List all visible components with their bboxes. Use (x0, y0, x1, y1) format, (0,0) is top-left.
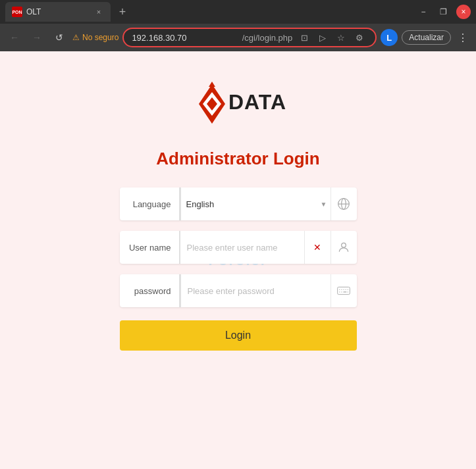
password-row: password (120, 274, 357, 307)
url-icons: ⊡ ▷ ☆ ⚙ (296, 30, 367, 45)
warning-icon: ⚠ (72, 33, 80, 42)
new-tab-button[interactable]: + (113, 3, 132, 21)
browser-menu-button[interactable]: ⋮ (455, 30, 471, 45)
security-label: No seguro (82, 33, 119, 42)
minimize-button[interactable]: − (414, 3, 433, 21)
forward-button[interactable]: → (28, 28, 46, 47)
svg-text:DATA: DATA (228, 90, 286, 114)
profile-button[interactable]: L (381, 29, 398, 46)
password-input[interactable] (181, 286, 331, 296)
username-icon-group: ✕ (304, 231, 357, 264)
svg-point-8 (342, 243, 346, 247)
cdata-logo: DATA (179, 78, 298, 133)
login-form: Language English Español Français Deutsc… (120, 187, 357, 351)
svg-rect-9 (338, 287, 350, 294)
username-label: User name (120, 243, 179, 253)
window-controls: − ❐ × (414, 3, 471, 21)
window-close-button[interactable]: × (456, 5, 471, 19)
maximize-button[interactable]: ❐ (434, 3, 452, 21)
url-ip: 192.168.30.70 (132, 33, 238, 43)
username-input[interactable] (180, 243, 304, 253)
back-button[interactable]: ← (5, 28, 24, 47)
page-content: DATA Administrator Login Foroler Languag… (0, 51, 476, 469)
page-title: Administrator Login (156, 149, 319, 169)
bookmark-icon[interactable]: ☆ (333, 30, 349, 45)
language-select-wrapper[interactable]: English Español Français Deutsch ▼ (181, 199, 331, 209)
keyboard-icon[interactable] (331, 274, 357, 307)
language-row: Language English Español Français Deutsc… (120, 187, 357, 220)
tab-title: OLT (26, 7, 90, 16)
language-globe-icon[interactable] (331, 187, 357, 220)
password-label: password (120, 286, 179, 296)
address-right: L Actualizar ⋮ (381, 29, 471, 46)
update-button[interactable]: Actualizar (402, 30, 451, 45)
tab-favicon: PON (12, 7, 22, 17)
user-icon (331, 231, 357, 264)
username-row: User name ✕ (120, 231, 357, 264)
extensions-icon[interactable]: ⚙ (352, 30, 367, 45)
cast-icon[interactable]: ▷ (315, 30, 331, 45)
address-bar: ← → ↺ ⚠ No seguro 192.168.30.70 /cgi/log… (0, 24, 476, 51)
clear-username-icon[interactable]: ✕ (304, 231, 331, 264)
tab-close-button[interactable]: × (93, 7, 104, 17)
url-box[interactable]: 192.168.30.70 /cgi/login.php ⊡ ▷ ☆ ⚙ (122, 28, 377, 47)
security-warning: ⚠ No seguro (72, 33, 119, 42)
language-select[interactable]: English Español Français Deutsch (181, 199, 317, 209)
browser-chrome: PON OLT × + − ❐ × ← → ↺ ⚠ No seguro 192.… (0, 0, 476, 51)
active-tab[interactable]: PON OLT × (5, 2, 111, 22)
login-button[interactable]: Login (120, 320, 357, 351)
select-arrow-icon: ▼ (317, 201, 331, 208)
language-label: Language (120, 199, 179, 209)
svg-marker-4 (209, 82, 215, 87)
url-path: /cgi/login.php (242, 33, 293, 43)
qr-icon[interactable]: ⊡ (296, 30, 312, 45)
reload-button[interactable]: ↺ (50, 28, 68, 47)
tab-bar: PON OLT × + − ❐ × (0, 0, 476, 24)
